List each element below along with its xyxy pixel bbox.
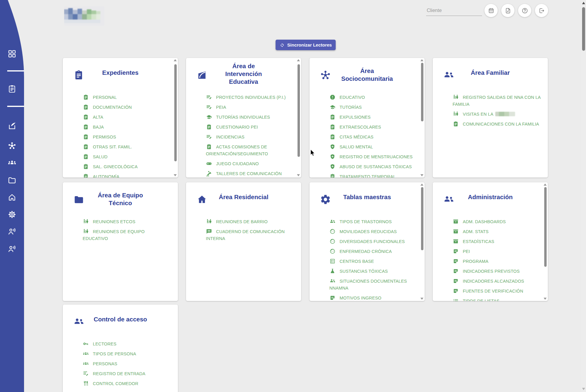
sidebar-item-sociocomunitaria[interactable] (0, 141, 24, 150)
card-item[interactable]: REGISTRO SALIDAS DE NNA CON LA FAMILIA (453, 94, 541, 108)
card-item[interactable]: TIPOS DE LISTAS (453, 298, 541, 301)
card-item[interactable]: TRATAMIENTO TEMPORAL (329, 173, 417, 178)
card-item[interactable]: CONTROL COMEDOR (83, 380, 171, 387)
card-item[interactable]: PERSONAS (83, 360, 171, 367)
client-input[interactable] (426, 6, 482, 16)
card-item[interactable]: LECTORES (83, 341, 171, 348)
card-item[interactable]: REUNIONES ETCOS (83, 218, 171, 225)
card-item-label: TALLERES DE COMUNICACIÓN INFANTIL Y ADOL… (206, 171, 282, 178)
card-item[interactable]: PROGRAMA (453, 258, 541, 265)
sidebar-item-residencial[interactable] (0, 193, 24, 202)
card-scrollbar-thumb[interactable] (298, 64, 300, 157)
card-item[interactable]: REUNIONES DE BARRIO (206, 218, 294, 225)
scroll-down-arrow-icon[interactable] (174, 174, 177, 176)
card-item-list: REUNIONES ETCOSREUNIONES DE EQUIPO EDUCA… (63, 218, 172, 301)
card-scrollbar-thumb[interactable] (421, 187, 423, 250)
sidebar-item-personas-1[interactable] (0, 227, 24, 236)
logout-button[interactable] (535, 4, 548, 17)
sidebar-item-expedientes[interactable] (0, 84, 24, 93)
scroll-down-arrow-icon[interactable] (420, 174, 423, 176)
card-item[interactable]: SITUACIONES DOCUMENTALES NNAMNA (329, 278, 417, 292)
card-item[interactable]: EXPULSIONES (329, 114, 417, 121)
card-item[interactable]: TALLERES DE COMUNICACIÓN INFANTIL Y ADOL… (206, 170, 294, 178)
calendar-button[interactable] (484, 4, 498, 17)
scroll-up-arrow-icon[interactable] (174, 59, 177, 61)
card-item[interactable]: CUADERNO DE COMUNICACIÓN INTERNA (206, 228, 294, 242)
card-scrollbar-thumb[interactable] (544, 187, 547, 267)
card-item[interactable]: AUTONOMÍA (83, 173, 171, 178)
sidebar-item-dashboard[interactable] (0, 49, 24, 58)
card-scrollbar-thumb[interactable] (421, 63, 423, 121)
card-item[interactable]: TIPOS DE PERSONA (83, 351, 171, 357)
card-item[interactable]: PERSONAL (83, 94, 171, 101)
page-scrollbar[interactable] (581, 0, 586, 392)
scroll-down-arrow-icon[interactable] (297, 174, 300, 176)
card-scrollbar[interactable] (543, 182, 548, 301)
card-item[interactable]: ADM. DASHBOARDS (453, 218, 541, 225)
scroll-up-arrow-icon[interactable] (544, 184, 547, 186)
card-item[interactable]: ENFERMEDAD CRÓNICA (329, 248, 417, 255)
card-item[interactable]: ACTAS COMISIONES DE ORIENTACIÓN/SEGUIMIE… (206, 144, 294, 157)
card-item[interactable]: BAJA (83, 124, 171, 131)
page-scrollbar-thumb[interactable] (582, 7, 585, 51)
scroll-down-arrow-icon[interactable] (420, 298, 423, 300)
card-scrollbar[interactable] (173, 58, 178, 178)
card-item[interactable]: MOTIVOS INGRESO (329, 295, 417, 301)
card-item[interactable]: INDICADORES PREVISTOS (453, 268, 541, 275)
card-item-label: REUNIONES DE BARRIO (216, 219, 268, 224)
scroll-up-arrow-icon[interactable] (420, 59, 423, 61)
card-item[interactable]: COMUNICACIONES CON LA FAMILIA (453, 121, 541, 128)
card-item[interactable]: INCIDENCIAS (206, 134, 294, 141)
card-item[interactable]: MOVILIDADES REDUCIDAS (329, 228, 417, 235)
card-item[interactable]: EXTRAESCOLARES (329, 124, 417, 131)
help-button[interactable] (518, 4, 531, 17)
scroll-up-arrow-icon[interactable] (297, 59, 300, 61)
card-item[interactable]: FUENTES DE VERIFICACIÓN (453, 288, 541, 295)
card-item[interactable]: DIVERSIDADES FUNCIONALES (329, 238, 417, 245)
sidebar-item-familiar[interactable] (0, 158, 24, 167)
card-item[interactable]: ALTA (83, 114, 171, 121)
card-item[interactable]: ADM. STATS (453, 228, 541, 235)
card-item[interactable]: ESTADÍSTICAS (453, 238, 541, 245)
card-scrollbar[interactable] (296, 58, 301, 178)
sidebar-item-configuracion[interactable] (0, 210, 24, 219)
card-item[interactable]: SAL. GINECOLÓGICA (83, 163, 171, 170)
scroll-down-arrow-icon[interactable] (582, 388, 585, 390)
card-scrollbar[interactable] (420, 58, 425, 178)
card-item[interactable]: SALUD (83, 153, 171, 160)
card-item[interactable]: SALUD MENTAL (329, 144, 417, 150)
card-item[interactable]: REGISTRO DE ENTRADA (83, 370, 171, 377)
card-item[interactable]: PROYECTOS INDIVIDUALES (P.I.) (206, 94, 294, 101)
sidebar-item-intervencion-educativa[interactable] (0, 121, 24, 130)
sidebar-item-personas-2[interactable] (0, 245, 24, 254)
card-item[interactable]: TUTORÍAS INDIVIDUALES (206, 114, 294, 121)
sidebar-item-carpetas[interactable] (0, 176, 24, 185)
card-item[interactable]: SUSTANCIAS TÓXICAS (329, 268, 417, 275)
card-item[interactable]: CITAS MÉDICAS (329, 134, 417, 141)
scroll-down-arrow-icon[interactable] (544, 298, 547, 300)
card-item[interactable]: TIPOS DE TRASTORNOS (329, 218, 417, 225)
file-check-button[interactable] (501, 4, 514, 17)
card-item[interactable]: PEI (453, 248, 541, 255)
card-item[interactable]: REUNIONES DE EQUIPO EDUCATIVO (83, 228, 171, 242)
card-item[interactable]: VISITAS EN LA (453, 111, 541, 118)
sync-lectores-button[interactable]: Sincronizar Lectores (276, 40, 336, 50)
card-scrollbar[interactable] (420, 182, 425, 301)
scroll-up-arrow-icon[interactable] (420, 184, 423, 186)
card-item[interactable]: DOCUMENTACIÓN (83, 104, 171, 111)
card-item[interactable]: REGISTRO DE MENSTRUACIONES (329, 153, 417, 160)
card-item[interactable]: CENTROS BASE (329, 258, 417, 265)
card-item[interactable]: INDICADORES ALCANZADOS (453, 278, 541, 285)
card-item[interactable]: PEIA (206, 104, 294, 111)
card-item[interactable]: CUESTIONARIO PEI (206, 124, 294, 131)
card-item[interactable]: PERMISOS (83, 134, 171, 141)
card-item[interactable]: ABUSO DE SUSTANCIAS TÓXICAS (329, 163, 417, 170)
card-item[interactable]: OTRAS SIT. FAMIL. (83, 144, 171, 150)
card-item[interactable]: EDUCATIVO (329, 94, 417, 101)
card-item-label: SAL. GINECOLÓGICA (93, 164, 138, 169)
card-scrollbar-thumb[interactable] (174, 64, 177, 161)
scroll-up-arrow-icon[interactable] (582, 2, 585, 4)
card-item[interactable]: JUEGO CIUDADANO (206, 160, 294, 167)
assignment-icon (83, 114, 89, 120)
card-item[interactable]: TUTORÍAS (329, 104, 417, 111)
